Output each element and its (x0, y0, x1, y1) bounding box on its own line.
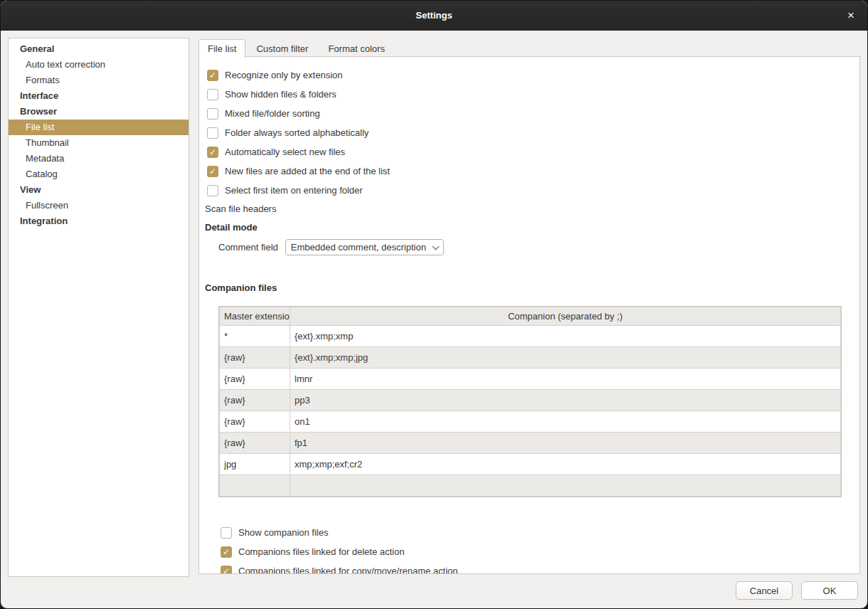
header-master-extension: Master extension (220, 307, 290, 326)
sidebar-item-auto-text-correction[interactable]: Auto text correction (9, 57, 189, 73)
checkbox-label: Companions files linked for copy/move/re… (238, 566, 458, 574)
cell-master-extension[interactable]: {raw} (220, 369, 290, 390)
ok-button[interactable]: OK (801, 581, 858, 600)
checkbox-mixed-file-folder-sorting[interactable]: Mixed file/folder sorting (199, 104, 859, 123)
bottom-checkbox-group: Show companion files✓Companions files li… (199, 523, 859, 574)
checkbox-label: Select first item on entering folder (225, 185, 363, 196)
comment-field-row: Comment field Embedded comment, descript… (199, 238, 859, 255)
table-row: *{ext}.xmp;xmp (220, 326, 841, 347)
detail-mode-heading: Detail mode (199, 218, 859, 237)
checkbox-select-first-item-on-entering-folder[interactable]: Select first item on entering folder (199, 181, 859, 200)
sidebar-item-catalog[interactable]: Catalog (9, 166, 189, 182)
cell-master-extension[interactable]: {raw} (220, 433, 290, 454)
checkbox-unchecked-icon (207, 185, 218, 196)
table-row: {raw}pp3 (220, 390, 841, 411)
sidebar-item-metadata[interactable]: Metadata (9, 151, 189, 166)
cell-master-extension[interactable]: * (220, 326, 290, 347)
table-row: jpgxmp;xmp;exf;cr2 (220, 454, 841, 475)
checkbox-checked-icon: ✓ (207, 166, 218, 177)
checkbox-new-files-are-added-at-the-end-of-the-list[interactable]: ✓New files are added at the end of the l… (199, 161, 859, 181)
checkbox-label: Automatically select new files (225, 147, 345, 157)
close-icon[interactable]: × (842, 6, 860, 25)
companion-files-heading: Companion files (199, 279, 859, 297)
sidebar-item-fullscreen[interactable]: Fullscreen (9, 198, 189, 213)
cell-companion[interactable]: on1 (290, 411, 841, 433)
sidebar-item-integration[interactable]: Integration (9, 213, 189, 229)
checkbox-automatically-select-new-files[interactable]: ✓Automatically select new files (199, 142, 859, 161)
checkbox-label: Companions files linked for delete actio… (238, 546, 404, 557)
table-row: {raw}lmnr (220, 369, 841, 390)
tab-format-colors[interactable]: Format colors (319, 39, 393, 58)
cell-companion[interactable]: xmp;xmp;exf;cr2 (290, 454, 841, 475)
cell-master-extension[interactable] (220, 475, 290, 497)
comment-field-select[interactable]: Embedded comment, description (285, 239, 444, 255)
tab-file-list[interactable]: File list (199, 39, 245, 58)
tab-bar: File listCustom filterFormat colors (199, 39, 396, 58)
sidebar-item-browser[interactable]: Browser (9, 104, 189, 120)
scan-file-headers-label: Scan file headers (199, 200, 859, 218)
sidebar-item-view[interactable]: View (9, 182, 189, 198)
sidebar-item-general[interactable]: General (9, 41, 189, 57)
checkbox-label: Show companion files (238, 527, 328, 538)
checkbox-label: Folder always sorted alphabetically (225, 127, 369, 138)
comment-field-value: Embedded comment, description (291, 242, 426, 253)
companion-files-table: Master extension Companion (separated by… (218, 306, 842, 497)
cell-companion[interactable] (290, 475, 841, 497)
checkbox-unchecked-icon (207, 127, 218, 139)
checkbox-folder-always-sorted-alphabetically[interactable]: Folder always sorted alphabetically (199, 123, 859, 142)
header-companion: Companion (separated by ;) (290, 307, 841, 326)
sidebar-item-thumbnail[interactable]: Thumbnail (9, 135, 189, 151)
checkbox-label: Mixed file/folder sorting (225, 108, 320, 119)
checkbox-companions-files-linked-for-copy-move-rename-action[interactable]: ✓Companions files linked for copy/move/r… (213, 561, 859, 574)
checkbox-show-companion-files[interactable]: Show companion files (213, 523, 859, 542)
cell-companion[interactable]: {ext}.xmp;xmp (290, 326, 841, 347)
checkbox-show-hidden-files-folders[interactable]: Show hidden files & folders (199, 85, 859, 104)
window-title: Settings (416, 10, 452, 21)
checkbox-checked-icon: ✓ (221, 546, 232, 558)
cell-companion[interactable]: {ext}.xmp;xmp;jpg (290, 347, 841, 369)
cell-master-extension[interactable]: {raw} (220, 411, 290, 433)
checkbox-label: Show hidden files & folders (225, 89, 337, 100)
table-row: {raw}on1 (220, 411, 841, 433)
checkbox-unchecked-icon (207, 89, 218, 100)
checkbox-checked-icon: ✓ (207, 70, 218, 81)
checkbox-recognize-only-by-extension[interactable]: ✓Recognize only by extension (199, 65, 859, 85)
checkbox-label: Recognize only by extension (225, 70, 343, 80)
sidebar-item-formats[interactable]: Formats (9, 73, 189, 88)
tab-custom-filter[interactable]: Custom filter (247, 39, 317, 58)
settings-window: Settings × GeneralAuto text correctionFo… (0, 0, 868, 609)
cell-master-extension[interactable]: {raw} (220, 390, 290, 411)
cell-master-extension[interactable]: jpg (220, 454, 290, 475)
checkbox-companions-files-linked-for-delete-action[interactable]: ✓Companions files linked for delete acti… (213, 542, 859, 561)
file-list-panel: ✓Recognize only by extensionShow hidden … (199, 56, 860, 574)
titlebar[interactable]: Settings × (1, 1, 867, 31)
checkbox-checked-icon: ✓ (221, 566, 232, 575)
settings-sidebar: GeneralAuto text correctionFormatsInterf… (8, 38, 189, 577)
cell-master-extension[interactable]: {raw} (220, 347, 290, 369)
table-row: {raw}{ext}.xmp;xmp;jpg (220, 347, 841, 369)
cell-companion[interactable]: pp3 (290, 390, 841, 411)
cell-companion[interactable]: fp1 (290, 433, 841, 454)
chevron-down-icon (433, 244, 439, 250)
table-row: {raw}fp1 (220, 433, 841, 454)
top-checkbox-group: ✓Recognize only by extensionShow hidden … (199, 65, 859, 200)
sidebar-item-file-list[interactable]: File list (9, 120, 189, 135)
checkbox-checked-icon: ✓ (207, 147, 218, 158)
table-header: Master extension Companion (separated by… (220, 307, 841, 326)
sidebar-item-interface[interactable]: Interface (9, 88, 189, 104)
comment-field-label: Comment field (218, 242, 278, 253)
cell-companion[interactable]: lmnr (290, 369, 841, 390)
checkbox-unchecked-icon (207, 108, 218, 120)
checkbox-label: New files are added at the end of the li… (225, 166, 390, 176)
checkbox-unchecked-icon (221, 527, 232, 539)
table-row (220, 475, 841, 497)
cancel-button[interactable]: Cancel (736, 581, 793, 600)
